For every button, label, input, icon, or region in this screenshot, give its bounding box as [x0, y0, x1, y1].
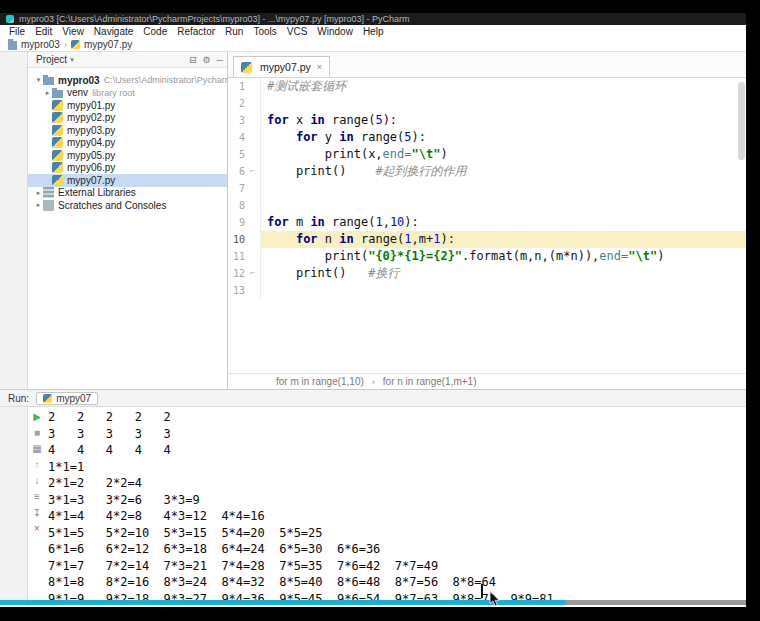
settings-icon[interactable]: ⚙ [203, 55, 211, 65]
line-number[interactable]: 6 [228, 163, 245, 180]
code-text[interactable]: for x in range(5): [261, 112, 746, 129]
code-line[interactable]: 10 for n in range(1,m+1): [228, 231, 746, 248]
tree-item-mypy03-py[interactable]: mypy03.py [28, 124, 227, 137]
expand-arrow-icon[interactable]: ▸ [43, 89, 52, 97]
line-number[interactable]: 5 [228, 146, 245, 163]
tree-item-mypy07-py[interactable]: mypy07.py [28, 174, 227, 187]
line-number[interactable]: 8 [228, 197, 245, 214]
expand-arrow-icon[interactable]: ▸ [34, 189, 43, 197]
code-text[interactable] [261, 197, 746, 214]
gutter[interactable]: 11 [228, 248, 261, 265]
code-text[interactable]: print(x,end="\t") [261, 146, 746, 163]
scroll-to-end-icon[interactable]: ↧ [30, 506, 44, 519]
menu-window[interactable]: Window [312, 26, 358, 37]
gutter[interactable]: 5 [228, 146, 261, 163]
code-line[interactable]: 2 [228, 95, 746, 112]
menu-run[interactable]: Run [220, 26, 248, 37]
gutter[interactable]: 2 [228, 95, 261, 112]
menu-help[interactable]: Help [358, 26, 389, 37]
gutter[interactable]: 10 [228, 231, 261, 248]
rerun-icon[interactable]: ▶ [30, 410, 44, 423]
up-stack-icon[interactable]: ↑ [30, 458, 44, 471]
code-line[interactable]: 4 for y in range(5): [228, 129, 746, 146]
code-text[interactable] [261, 180, 746, 197]
gutter[interactable]: 3 [228, 112, 261, 129]
line-number[interactable]: 2 [228, 95, 245, 112]
project-panel-header[interactable]: Project ▾ ⊟⚙─ [28, 52, 227, 68]
menu-file[interactable]: File [4, 26, 30, 37]
editor-scrollbar[interactable] [738, 82, 745, 160]
run-console[interactable]: 2 2 2 2 23 3 3 3 34 4 4 4 41*1=12*1=2 2*… [46, 407, 746, 608]
menu-edit[interactable]: Edit [30, 26, 57, 37]
soft-wrap-icon[interactable]: ≡ [30, 490, 44, 503]
code-text[interactable]: print("{0}*{1}={2}".format(m,n,(m*n)),en… [261, 248, 746, 265]
tree-item-mypro03[interactable]: ▾mypro03C:\Users\Administrator\PycharmPr… [28, 74, 227, 87]
tree-item-mypy02-py[interactable]: mypy02.py [28, 112, 227, 125]
down-stack-icon[interactable]: ↓ [30, 474, 44, 487]
menu-tools[interactable]: Tools [248, 26, 281, 37]
gutter[interactable]: 7 [228, 180, 261, 197]
code-line[interactable]: 12⌐ print() #换行 [228, 265, 746, 282]
line-number[interactable]: 7 [228, 180, 245, 197]
gutter[interactable]: 1 [228, 78, 261, 95]
code-line[interactable]: 5 print(x,end="\t") [228, 146, 746, 163]
editor-breadcrumb-item[interactable]: for m in range(1,10) [276, 376, 364, 387]
tree-item-mypy05-py[interactable]: mypy05.py [28, 149, 227, 162]
line-number[interactable]: 4 [228, 129, 245, 146]
breadcrumb-item[interactable]: mypy07.py [71, 39, 132, 50]
line-number[interactable]: 12 [228, 265, 245, 282]
tree-item-scratches-and-consoles[interactable]: ▸Scratches and Consoles [28, 199, 227, 212]
code-text[interactable]: print() #起到换行的作用 [261, 163, 746, 180]
code-text[interactable]: for n in range(1,m+1): [261, 231, 746, 248]
fold-marker-icon[interactable]: ⌐ [245, 265, 260, 282]
editor-breadcrumb-item[interactable]: for n in range(1,m+1) [383, 376, 477, 387]
code-text[interactable]: for m in range(1,10): [261, 214, 746, 231]
line-number[interactable]: 10 [228, 231, 245, 248]
code-line[interactable]: 1#测试嵌套循环 [228, 78, 746, 95]
run-tab-mypy07[interactable]: mypy07 [36, 392, 98, 405]
tree-item-mypy04-py[interactable]: mypy04.py [28, 137, 227, 150]
gutter[interactable]: 6⌐ [228, 163, 261, 180]
code-text[interactable] [261, 282, 746, 299]
title-bar[interactable]: mypro03 [C:\Users\Administrator\PycharmP… [0, 13, 746, 25]
editor-tab-mypy07[interactable]: mypy07.py × [233, 56, 330, 77]
collapse-all-icon[interactable]: ⊟ [189, 55, 197, 65]
gutter[interactable]: 8 [228, 197, 261, 214]
hide-panel-icon[interactable]: ─ [217, 55, 223, 65]
editor[interactable]: 1#测试嵌套循环23for x in range(5):4 for y in r… [228, 78, 746, 373]
menu-view[interactable]: View [57, 26, 89, 37]
code-line[interactable]: 6⌐ print() #起到换行的作用 [228, 163, 746, 180]
menu-refactor[interactable]: Refactor [172, 26, 220, 37]
code-text[interactable]: for y in range(5): [261, 129, 746, 146]
stop-icon[interactable]: ■ [30, 426, 44, 439]
expand-arrow-icon[interactable]: ▾ [34, 76, 43, 84]
menu-vcs[interactable]: VCS [282, 26, 313, 37]
code-line[interactable]: 13 [228, 282, 746, 299]
gutter[interactable]: 4 [228, 129, 261, 146]
tree-item-mypy01-py[interactable]: mypy01.py [28, 99, 227, 112]
line-number[interactable]: 1 [228, 78, 245, 95]
line-number[interactable]: 13 [228, 282, 245, 299]
fold-marker-icon[interactable]: ⌐ [245, 163, 260, 180]
gutter[interactable]: 9 [228, 214, 261, 231]
code-text[interactable]: print() #换行 [261, 265, 746, 282]
video-progress-bar[interactable] [0, 600, 746, 605]
gutter[interactable]: 13 [228, 282, 261, 299]
close-icon[interactable]: × [30, 522, 44, 535]
code-text[interactable]: #测试嵌套循环 [261, 78, 746, 95]
code-line[interactable]: 11 print("{0}*{1}={2}".format(m,n,(m*n))… [228, 248, 746, 265]
menu-navigate[interactable]: Navigate [89, 26, 138, 37]
expand-arrow-icon[interactable]: ▸ [34, 201, 43, 209]
code-line[interactable]: 3for x in range(5): [228, 112, 746, 129]
code-text[interactable] [261, 95, 746, 112]
code-line[interactable]: 9for m in range(1,10): [228, 214, 746, 231]
restore-layout-icon[interactable]: ▦ [30, 442, 44, 455]
tree-item-mypy06-py[interactable]: mypy06.py [28, 162, 227, 175]
line-number[interactable]: 3 [228, 112, 245, 129]
tree-item-external-libraries[interactable]: ▸External Libraries [28, 187, 227, 200]
code-line[interactable]: 7 [228, 180, 746, 197]
gutter[interactable]: 12⌐ [228, 265, 261, 282]
code-line[interactable]: 8 [228, 197, 746, 214]
breadcrumb-item[interactable]: mypro03 [8, 39, 60, 50]
tree-item-venv[interactable]: ▸venvlibrary root [28, 87, 227, 100]
